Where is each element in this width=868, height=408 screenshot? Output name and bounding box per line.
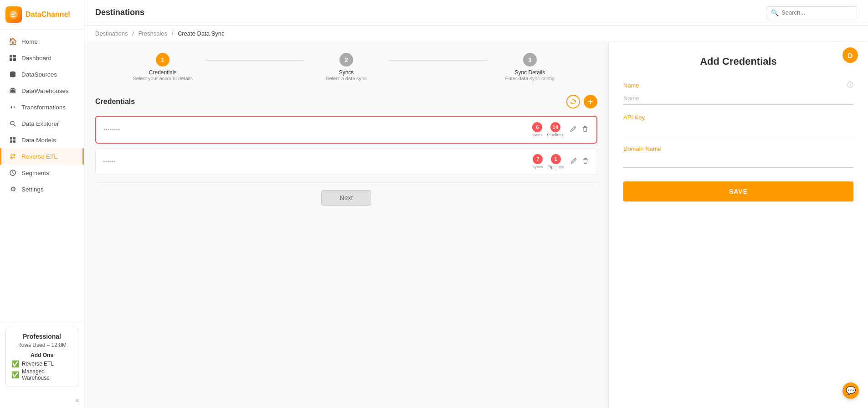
refresh-button[interactable] bbox=[566, 95, 580, 108]
svg-rect-7 bbox=[10, 90, 15, 93]
addon-check-icon: ✅ bbox=[11, 371, 19, 378]
breadcrumb-freshsales[interactable]: Freshsales bbox=[138, 30, 167, 37]
breadcrumb-destinations[interactable]: Destinations bbox=[95, 30, 128, 37]
step-2-label: Syncs bbox=[339, 69, 354, 76]
api-key-field-group: API Key bbox=[623, 114, 853, 136]
credential-row-2[interactable]: •••••• 7 syncs 1 Pipelines bbox=[95, 148, 597, 175]
sidebar-item-reverse-etl[interactable]: Reverse ETL bbox=[0, 148, 84, 165]
api-key-label: API Key bbox=[623, 114, 853, 121]
next-button[interactable]: Next bbox=[321, 190, 372, 206]
credential-row-1[interactable]: •••••••• 6 syncs 14 Pipelines bbox=[95, 116, 597, 144]
credentials-title: Credentials bbox=[95, 98, 135, 106]
save-button[interactable]: SAVE bbox=[623, 181, 853, 201]
sidebar-item-datasources[interactable]: DataSources bbox=[0, 66, 84, 83]
info-icon[interactable]: ⓘ bbox=[847, 81, 853, 89]
svg-rect-4 bbox=[13, 58, 16, 61]
reverse-etl-icon bbox=[9, 152, 17, 160]
sidebar-item-label: Data Explorer bbox=[21, 120, 59, 127]
search-icon: 🔍 bbox=[771, 9, 779, 16]
pipelines-label-2: Pipelines bbox=[547, 165, 564, 169]
step-line-1 bbox=[205, 60, 303, 61]
divider bbox=[95, 182, 597, 183]
svg-rect-10 bbox=[10, 137, 12, 139]
pipelines-count-1: 14 bbox=[550, 122, 560, 132]
sidebar-item-home[interactable]: 🏠 Home bbox=[0, 33, 84, 50]
pipelines-count-2: 1 bbox=[551, 154, 561, 164]
domain-name-input[interactable] bbox=[623, 155, 853, 168]
sidebar-item-label: Data Models bbox=[21, 137, 56, 144]
step-2: 2 Syncs Select a data sync bbox=[297, 53, 395, 81]
add-credential-button[interactable]: + bbox=[584, 95, 597, 108]
breadcrumb: Destinations / Freshsales / Create Data … bbox=[84, 26, 868, 42]
api-key-input[interactable] bbox=[623, 124, 853, 136]
data-models-icon bbox=[9, 136, 17, 144]
datasources-icon bbox=[9, 70, 17, 78]
pipelines-badge-2: 1 Pipelines bbox=[547, 154, 564, 169]
plan-addon-reverse-etl: ✅ Reverse ETL bbox=[11, 360, 72, 367]
settings-icon: ⚙ bbox=[9, 185, 17, 193]
delete-credential-2-button[interactable] bbox=[581, 157, 590, 166]
user-avatar: D bbox=[842, 47, 858, 63]
step-1-circle: 1 bbox=[156, 53, 169, 67]
step-3-sublabel: Enter data sync config bbox=[505, 76, 555, 81]
svg-point-8 bbox=[10, 121, 14, 125]
topbar: Destinations 🔍 bbox=[84, 0, 868, 26]
dashboard-icon bbox=[9, 54, 17, 62]
credential-name-2: •••••• bbox=[103, 158, 531, 165]
svg-rect-1 bbox=[10, 55, 12, 57]
collapse-button[interactable]: « bbox=[0, 393, 84, 408]
credential-actions-2 bbox=[570, 157, 590, 166]
step-2-sublabel: Select a data sync bbox=[326, 76, 367, 81]
search-input[interactable] bbox=[781, 9, 852, 16]
sidebar-item-label: Dashboard bbox=[21, 55, 51, 62]
logo-text: DataChannel bbox=[26, 10, 70, 19]
credentials-header: Credentials + bbox=[95, 95, 597, 108]
step-1-label: Credentials bbox=[149, 69, 177, 76]
sidebar-item-segments[interactable]: Segments bbox=[0, 165, 84, 181]
name-input[interactable] bbox=[623, 92, 853, 105]
sidebar-item-dashboard[interactable]: Dashboard bbox=[0, 50, 84, 66]
plan-addon-managed-warehouse: ✅ Managed Warehouse bbox=[11, 368, 72, 381]
search-box: 🔍 bbox=[766, 6, 857, 19]
stepper: 1 Credentials Select your account detail… bbox=[95, 53, 597, 81]
step-3: 3 Sync Details Enter data sync config bbox=[481, 53, 579, 81]
page-body: 1 Credentials Select your account detail… bbox=[84, 42, 608, 408]
chat-icon: 💬 bbox=[846, 386, 856, 396]
domain-name-field-group: Domain Name bbox=[623, 145, 853, 168]
delete-credential-1-button[interactable] bbox=[581, 125, 589, 134]
chat-button[interactable]: 💬 bbox=[842, 382, 859, 399]
syncs-label-1: syncs bbox=[532, 133, 543, 137]
syncs-count-1: 6 bbox=[532, 122, 542, 132]
credentials-actions: + bbox=[566, 95, 597, 108]
collapse-icon: « bbox=[75, 396, 79, 404]
user-initial: D bbox=[848, 52, 853, 59]
edit-credential-2-button[interactable] bbox=[570, 157, 578, 166]
sidebar-item-label: DataSources bbox=[21, 71, 57, 78]
credential-actions-1 bbox=[569, 125, 589, 134]
sidebar: DataChannel 🏠 Home Dashboard DataSources… bbox=[0, 0, 84, 408]
sidebar-item-datawarehouses[interactable]: DataWarehouses bbox=[0, 83, 84, 99]
sidebar-bottom: Professional Rows Used – 12.8M Add Ons ✅… bbox=[0, 322, 84, 393]
sidebar-item-data-explorer[interactable]: Data Explorer bbox=[0, 115, 84, 132]
step-line-2 bbox=[389, 60, 487, 61]
svg-rect-11 bbox=[13, 137, 15, 139]
breadcrumb-current: Create Data Sync bbox=[178, 30, 225, 37]
step-1-sublabel: Select your account details bbox=[133, 76, 192, 81]
add-credentials-panel: D Add Credentials Name ⓘ API Key Doma bbox=[608, 42, 868, 408]
sidebar-item-label: Settings bbox=[21, 186, 44, 193]
edit-credential-1-button[interactable] bbox=[569, 125, 577, 134]
logo: DataChannel bbox=[0, 0, 84, 30]
sidebar-item-label: DataWarehouses bbox=[21, 88, 69, 94]
syncs-label-2: syncs bbox=[533, 165, 543, 169]
sidebar-item-transformations[interactable]: Transformations bbox=[0, 99, 84, 115]
svg-rect-3 bbox=[10, 58, 12, 61]
step-1: 1 Credentials Select your account detail… bbox=[113, 53, 212, 81]
sidebar-item-label: Reverse ETL bbox=[21, 153, 57, 160]
topbar-title: Destinations bbox=[95, 8, 144, 17]
home-icon: 🏠 bbox=[9, 37, 17, 46]
name-label: Name ⓘ bbox=[623, 81, 853, 89]
plan-rows: Rows Used – 12.8M bbox=[11, 342, 72, 348]
sidebar-item-data-models[interactable]: Data Models bbox=[0, 132, 84, 148]
plan-addons-title: Add Ons bbox=[11, 352, 72, 358]
sidebar-item-settings[interactable]: ⚙ Settings bbox=[0, 181, 84, 197]
